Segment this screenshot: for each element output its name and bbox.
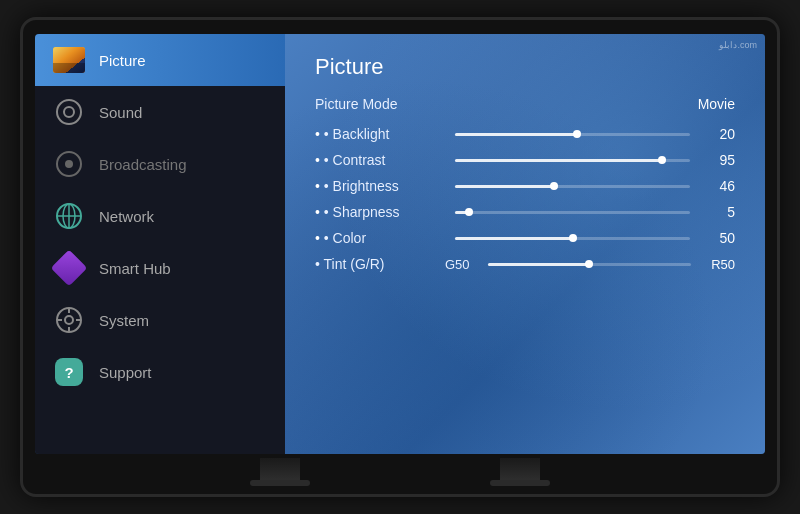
picture-mode-value: Movie [698,96,735,112]
svg-point-0 [57,100,81,124]
picture-icon [53,44,85,76]
tint-right-value: R50 [711,257,735,272]
setting-row-sharpness: • Sharpness 5 [315,204,735,220]
sidebar-item-system-label: System [99,312,149,329]
smarthub-icon [53,252,85,284]
stand-leg-left [260,458,300,486]
setting-label-brightness: • Brightness [315,178,445,194]
svg-point-9 [65,316,73,324]
tv-screen: دا‌بلو.com Picture [35,34,765,454]
sidebar-item-picture-label: Picture [99,52,146,69]
setting-row-tint: • Tint (G/R) G50 R50 [315,256,735,272]
setting-value-brightness: 46 [700,178,735,194]
picture-mode-row: Picture Mode Movie [315,96,735,112]
svg-point-1 [64,107,74,117]
setting-value-color: 50 [700,230,735,246]
setting-row-brightness: • Brightness 46 [315,178,735,194]
setting-label-sharpness: • Sharpness [315,204,445,220]
sidebar-item-network-label: Network [99,208,154,225]
setting-row-backlight: • Backlight 20 [315,126,735,142]
slider-backlight[interactable] [455,133,690,136]
slider-sharpness[interactable] [455,211,690,214]
setting-label-tint: • Tint (G/R) [315,256,445,272]
setting-row-contrast: • Contrast 95 [315,152,735,168]
tv-outer: دا‌بلو.com Picture [20,17,780,497]
setting-value-backlight: 20 [700,126,735,142]
stand-leg-right [500,458,540,486]
slider-brightness[interactable] [455,185,690,188]
sidebar-item-smarthub-label: Smart Hub [99,260,171,277]
sidebar-item-support[interactable]: ? Support [35,346,285,398]
sidebar-item-sound[interactable]: Sound [35,86,285,138]
svg-point-3 [65,160,73,168]
tv-stand [23,454,777,494]
setting-value-contrast: 95 [700,152,735,168]
slider-contrast[interactable] [455,159,690,162]
setting-value-sharpness: 5 [700,204,735,220]
main-panel: Picture Picture Mode Movie • Backlight 2… [285,34,765,454]
sidebar-item-system[interactable]: System [35,294,285,346]
network-icon [53,200,85,232]
sidebar-item-picture[interactable]: Picture [35,34,285,86]
broadcasting-icon [53,148,85,180]
system-icon [53,304,85,336]
sidebar-item-network[interactable]: Network [35,190,285,242]
sidebar-item-broadcasting[interactable]: Broadcasting [35,138,285,190]
sidebar-item-smarthub[interactable]: Smart Hub [35,242,285,294]
slider-tint[interactable] [488,263,692,266]
tint-left-value: G50 [445,257,470,272]
sound-icon [53,96,85,128]
sidebar-item-support-label: Support [99,364,152,381]
slider-color[interactable] [455,237,690,240]
sidebar-item-sound-label: Sound [99,104,142,121]
panel-title: Picture [315,54,735,80]
setting-label-backlight: • Backlight [315,126,445,142]
sidebar-item-broadcasting-label: Broadcasting [99,156,187,173]
watermark: دا‌بلو.com [719,40,757,50]
setting-label-color: • Color [315,230,445,246]
picture-mode-label: Picture Mode [315,96,397,112]
setting-row-color: • Color 50 [315,230,735,246]
sidebar: Picture Sound [35,34,285,454]
support-icon: ? [53,356,85,388]
setting-label-contrast: • Contrast [315,152,445,168]
